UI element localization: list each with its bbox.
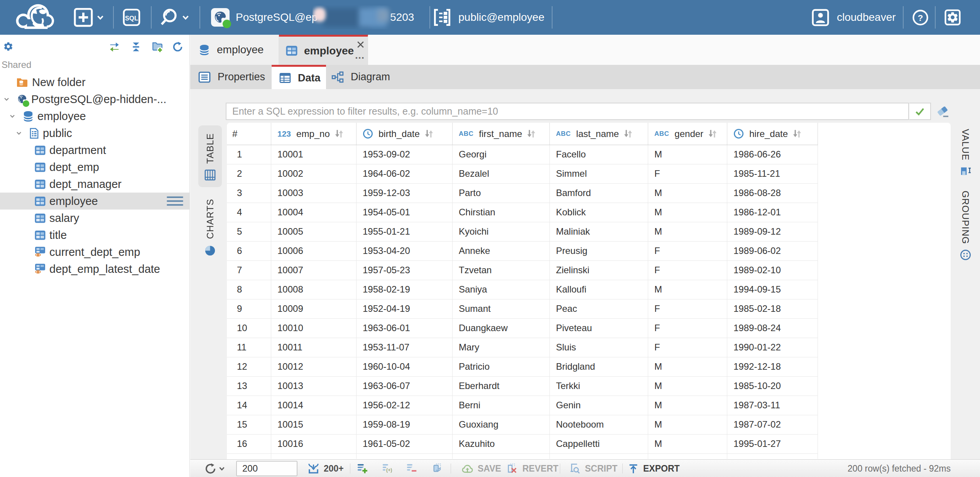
row-number-cell[interactable]: 7 [227,261,271,280]
sort-arrows-icon[interactable] [424,129,434,139]
grid-cell[interactable]: 10003 [271,184,357,203]
grid-cell[interactable]: Simmel [550,164,648,184]
row-number-cell[interactable]: 1 [227,145,271,164]
grid-column-header[interactable]: # [227,123,271,145]
grid-cell[interactable]: Guoxiang [453,415,550,435]
grid-column-header[interactable]: hire_date [727,123,818,145]
grid-cell[interactable]: M [648,435,727,454]
grid-cell[interactable]: Cappelletti [550,435,648,454]
grid-cell[interactable]: Parto [453,184,550,203]
grid-cell[interactable]: 1985-11-21 [727,164,818,184]
grid-cell[interactable]: 1961-05-02 [357,435,453,454]
grid-cell[interactable]: Bridgland [550,357,648,377]
grid-cell[interactable]: Saniya [453,280,550,299]
grid-cell[interactable]: M [648,280,727,299]
row-number-cell[interactable]: 3 [227,184,271,203]
grid-cell[interactable]: 1963-06-07 [357,377,453,396]
grid-cell[interactable]: F [648,299,727,319]
grid-cell[interactable]: F [648,164,727,184]
sync-with-editor-button[interactable] [109,41,120,52]
tree-item[interactable]: PostgreSQL@ep-hidden-... [0,91,189,108]
grid-cell[interactable]: Kazuhito [453,435,550,454]
grid-cell[interactable]: Facello [550,145,648,164]
grid-cell[interactable]: 1986-12-01 [727,203,818,222]
grid-column-header[interactable]: birth_date [357,123,453,145]
tree-item[interactable]: New folder [0,74,189,91]
apply-filter-button[interactable] [909,103,931,120]
grid-cell[interactable]: Duangkaew [453,319,550,338]
grid-cell[interactable]: F [648,319,727,338]
sql-filter-input[interactable] [226,106,908,117]
grid-cell[interactable]: 10011 [271,338,357,357]
refresh-tree-button[interactable] [172,41,183,52]
grid-cell[interactable]: 1985-02-18 [727,299,818,319]
row-number-cell[interactable]: 8 [227,280,271,299]
panel-tab-grouping[interactable]: GROUPING [951,191,980,261]
grid-cell[interactable]: Mary [453,338,550,357]
grid-cell[interactable]: 10001 [271,145,357,164]
grid-cell[interactable]: Kalloufi [550,280,648,299]
grid-cell[interactable]: Bamford [550,184,648,203]
grid-cell[interactable]: 1963-06-01 [357,319,453,338]
grid-cell[interactable]: Preusig [550,242,648,261]
search-dropdown[interactable] [181,0,191,35]
grid-cell[interactable]: M [648,396,727,415]
grid-cell[interactable]: Koblick [550,203,648,222]
grid-cell[interactable]: 1995-01-27 [727,435,818,454]
grid-cell[interactable]: Maliniak [550,222,648,242]
grid-cell[interactable]: 1958-02-19 [357,280,453,299]
grid-cell[interactable]: 1957-05-23 [357,261,453,280]
grid-column-header[interactable]: 123 emp_no [271,123,357,145]
tab-options-icon[interactable]: ... [355,51,365,59]
panel-tab-value[interactable]: VALUE [951,129,980,177]
grid-cell[interactable]: 1989-02-10 [727,261,818,280]
tree-item[interactable]: dept_emp [0,159,189,176]
grid-cell[interactable]: 1956-02-12 [357,396,453,415]
tree-item[interactable]: dept_manager [0,176,189,193]
grid-cell[interactable]: Tzvetan [453,261,550,280]
grid-cell[interactable]: 1989-08-24 [727,319,818,338]
grid-cell[interactable]: Terkki [550,377,648,396]
revert-button[interactable]: REVERT [507,460,558,477]
tree-expand-chevron-icon[interactable] [9,113,15,119]
grid-cell[interactable]: Genin [550,396,648,415]
grid-cell[interactable]: Peac [550,299,648,319]
sidebar-settings-button[interactable] [3,41,14,52]
sort-arrows-icon[interactable] [707,129,718,139]
schema-selector[interactable]: public@employee [433,0,544,35]
tab-employee-database[interactable]: employee [190,35,279,65]
grid-column-header[interactable]: ABC last_name [550,123,648,145]
row-number-cell[interactable]: 4 [227,203,271,222]
tree-item[interactable]: employee [0,193,189,210]
tab-properties[interactable]: Properties [190,65,272,89]
sql-editor-button[interactable] [123,0,140,35]
refresh-row-button[interactable] [432,460,443,477]
row-number-cell[interactable]: 14 [227,396,271,415]
tree-item[interactable]: title [0,227,189,244]
script-button[interactable]: SCRIPT [569,460,617,477]
row-number-cell[interactable]: 5 [227,222,271,242]
grid-cell[interactable]: Eberhardt [453,377,550,396]
grid-column-header[interactable]: ABC gender [648,123,727,145]
grid-cell[interactable]: M [648,415,727,435]
export-button[interactable]: EXPORT [628,460,680,477]
row-number-cell[interactable]: 13 [227,377,271,396]
grid-cell[interactable]: Chirstian [453,203,550,222]
collapse-all-button[interactable] [130,41,142,52]
grid-cell[interactable]: F [648,261,727,280]
grid-cell[interactable]: 10010 [271,319,357,338]
grid-cell[interactable]: 1959-08-19 [357,415,453,435]
grid-cell[interactable]: Sluis [550,338,648,357]
grid-cell[interactable]: M [648,357,727,377]
row-number-cell[interactable]: 16 [227,435,271,454]
grid-cell[interactable]: M [648,184,727,203]
grid-cell[interactable]: Sumant [453,299,550,319]
tree-item[interactable]: employee [0,108,189,125]
grid-cell[interactable]: 1990-01-22 [727,338,818,357]
grid-cell[interactable]: M [648,377,727,396]
tab-diagram[interactable]: Diagram [326,65,399,89]
grid-cell[interactable]: 10004 [271,203,357,222]
grid-cell[interactable]: 1953-09-02 [357,145,453,164]
grid-cell[interactable]: 1989-09-12 [727,222,818,242]
grid-cell[interactable]: 10006 [271,242,357,261]
